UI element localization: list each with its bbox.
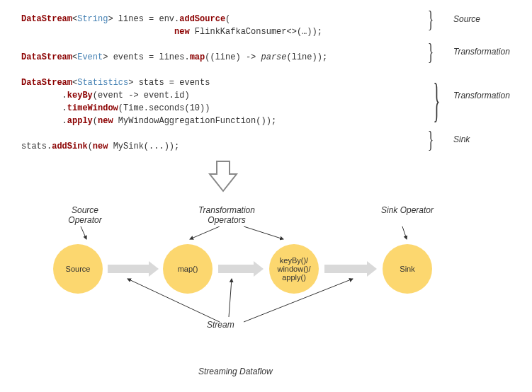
brace-icon: } — [428, 6, 434, 33]
arrow-icon — [77, 226, 91, 242]
code-line: DataStream<Statistics> stats = events — [21, 76, 418, 89]
code-line: new FlinkKafkaConsumer<>(…)); — [21, 25, 418, 38]
svg-line-2 — [244, 226, 283, 239]
arrow-icon — [223, 276, 237, 320]
svg-line-4 — [128, 279, 220, 322]
label-sink-operator: Sink Operator — [379, 205, 436, 215]
annotation-sink: Sink — [453, 134, 470, 144]
svg-line-5 — [229, 279, 232, 317]
arrow-icon — [184, 226, 227, 242]
code-block: DataStream<String> lines = env.addSource… — [21, 13, 418, 153]
code-line: .apply(new MyWindowAggregationFunction()… — [21, 115, 418, 127]
flow-arrow-icon — [324, 265, 368, 273]
brace-icon: } — [428, 126, 434, 153]
down-arrow-icon — [208, 160, 238, 192]
brace-icon: } — [0, 304, 28, 323]
arrow-icon — [113, 276, 227, 325]
node-sink: Sink — [383, 244, 432, 294]
dataflow-diagram: Source Operator Transformation Operators… — [43, 205, 482, 382]
svg-line-0 — [81, 226, 86, 239]
node-source: Source — [53, 244, 103, 294]
annotation-transformation: Transformation — [453, 91, 510, 100]
label-transformation-operators: Transformation Operators — [184, 205, 269, 225]
arrow-icon — [398, 226, 412, 242]
annotation-source: Source — [453, 14, 480, 24]
code-line: .timeWindow(Time.seconds(10)) — [21, 102, 418, 115]
code-line: .keyBy(event -> event.id) — [21, 89, 418, 102]
svg-line-1 — [190, 226, 220, 239]
flow-arrow-icon — [108, 265, 150, 273]
code-line — [21, 38, 418, 51]
arrow-icon — [241, 226, 290, 242]
code-line — [21, 127, 418, 140]
flow-arrow-icon — [218, 265, 255, 273]
brace-icon: } — [428, 38, 434, 65]
svg-line-3 — [402, 226, 407, 239]
annotation-transformation: Transformation — [453, 47, 510, 57]
label-streaming-dataflow: Streaming Dataflow — [198, 367, 273, 376]
svg-line-6 — [244, 279, 353, 322]
label-source-operator: Source Operator — [57, 205, 113, 225]
code-line: DataStream<String> lines = env.addSource… — [21, 13, 418, 25]
code-line: DataStream<Event> events = lines.map((li… — [21, 51, 418, 64]
code-line: stats.addSink(new MySink(...)); — [21, 140, 418, 153]
code-line — [21, 64, 418, 76]
arrow-icon — [241, 276, 361, 325]
brace-icon: } — [433, 72, 440, 128]
